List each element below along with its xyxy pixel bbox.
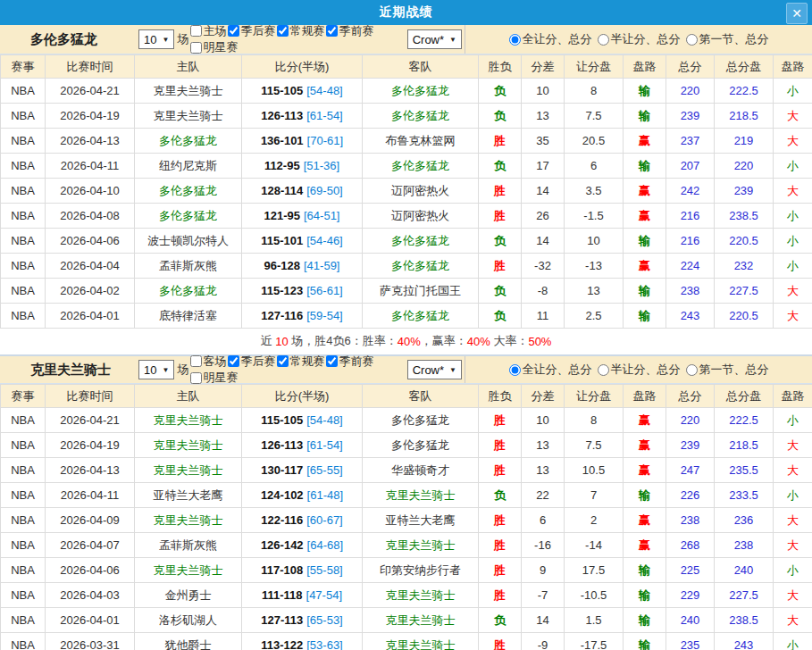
handicap-line-cell: 8 (565, 408, 624, 433)
filter-controls: 多伦多猛龙 10▼ 场 主场季后赛常规赛季前赛明星赛 Crow*▼ (0, 25, 465, 54)
halftime-score: [51-36] (304, 159, 339, 172)
total-points-cell: 229 (666, 583, 715, 608)
over-under-cell: 小 (774, 633, 812, 650)
odds-type-radio[interactable]: 全让分、总分 (509, 362, 592, 378)
checkbox-input[interactable] (277, 25, 289, 37)
checkbox-input[interactable] (228, 25, 239, 37)
score-cell: 115-123[56-61] (242, 279, 363, 304)
games-count-select[interactable]: 10▼ (138, 29, 174, 49)
handicap-line-cell: 6 (565, 154, 624, 179)
home-team-cell: 克里夫兰骑士 (135, 433, 242, 458)
game-row: NBA 2026-04-04 孟菲斯灰熊 96-128[41-59] 多伦多猛龙… (1, 254, 812, 279)
checkbox-input[interactable] (277, 355, 289, 367)
game-row: NBA 2026-04-09 克里夫兰骑士 122-116[60-67] 亚特兰… (1, 508, 812, 533)
checkbox-input[interactable] (190, 42, 202, 54)
filter-checkbox-常规赛[interactable]: 常规赛 (277, 23, 324, 39)
home-team-cell: 金州勇士 (135, 583, 242, 608)
filter-checkbox-明星赛[interactable]: 明星赛 (190, 39, 238, 55)
total-line-cell: 227.5 (715, 583, 774, 608)
score-cell: 121-95[64-51] (242, 204, 363, 229)
date-cell: 2026-03-31 (46, 633, 135, 650)
away-team-cell: 多伦多猛龙 (363, 254, 479, 279)
game-row: NBA 2026-04-21 克里夫兰骑士 115-105[54-48] 多伦多… (1, 79, 812, 104)
total-line-cell: 218.5 (715, 433, 774, 458)
column-header: 让分盘 (565, 55, 624, 79)
checkbox-input[interactable] (228, 355, 239, 367)
radio-label: 半让分、总分 (611, 362, 681, 378)
handicap-line-cell: 7.5 (565, 433, 624, 458)
filter-checkbox-季前赛[interactable]: 季前赛 (326, 354, 373, 370)
total-line-cell: 232 (715, 254, 774, 279)
final-score: 126-113 (261, 438, 303, 452)
date-cell: 2026-04-21 (46, 79, 135, 104)
filter-checkbox-季后赛[interactable]: 季后赛 (228, 23, 275, 39)
league-cell: NBA (1, 608, 46, 633)
odds-type-radio[interactable]: 第一节、总分 (686, 31, 769, 47)
league-cell: NBA (1, 79, 46, 104)
close-button[interactable]: ✕ (786, 3, 808, 24)
total-line-cell: 240 (715, 558, 774, 583)
total-points-cell: 216 (666, 204, 715, 229)
source-select[interactable]: Crow*▼ (407, 29, 462, 49)
summary-text: 50% (528, 335, 551, 348)
date-cell: 2026-04-21 (46, 408, 135, 433)
away-team-cell: 萨克拉门托国王 (363, 279, 479, 304)
column-header: 赛事 (1, 55, 46, 79)
away-team-cell: 多伦多猛龙 (363, 104, 479, 129)
date-cell: 2026-04-06 (46, 558, 135, 583)
radio-input[interactable] (509, 364, 521, 376)
radio-input[interactable] (686, 34, 698, 46)
filter-checkbox-季后赛[interactable]: 季后赛 (228, 354, 275, 370)
odds-type-radio[interactable]: 全让分、总分 (509, 31, 592, 47)
away-team-cell: 多伦多猛龙 (363, 433, 479, 458)
margin-cell: 14 (522, 608, 565, 633)
final-score: 96-128 (264, 259, 300, 272)
checkbox-input[interactable] (326, 25, 338, 37)
filter-checkbox-客场[interactable]: 客场 (190, 354, 226, 370)
checkbox-input[interactable] (190, 25, 202, 37)
radio-input[interactable] (509, 34, 521, 46)
odds-type-radio[interactable]: 半让分、总分 (598, 31, 681, 47)
score-cell: 111-118[47-54] (242, 583, 363, 608)
handicap-result-cell: 赢 (624, 254, 666, 279)
margin-cell: 13 (522, 104, 565, 129)
halftime-score: [60-67] (306, 513, 342, 527)
games-count-select[interactable]: 10▼ (138, 360, 174, 379)
away-team-cell: 克里夫兰骑士 (363, 533, 479, 558)
over-under-cell: 大 (774, 433, 812, 458)
checkbox-input[interactable] (190, 355, 202, 367)
source-select[interactable]: Crow*▼ (407, 360, 462, 379)
checkbox-input[interactable] (190, 372, 202, 384)
final-score: 130-117 (261, 463, 303, 477)
over-under-cell: 小 (774, 154, 812, 179)
handicap-line-cell: 1.5 (565, 608, 624, 633)
radio-input[interactable] (598, 34, 609, 46)
halftime-score: [65-55] (306, 463, 342, 477)
score-cell: 112-95[51-36] (242, 154, 363, 179)
filter-checkbox-明星赛[interactable]: 明星赛 (190, 370, 238, 386)
score-cell: 96-128[41-59] (242, 254, 363, 279)
odds-type-radio[interactable]: 第一节、总分 (686, 362, 769, 378)
radio-input[interactable] (598, 364, 609, 376)
total-points-cell: 220 (666, 79, 715, 104)
filter-checkbox-主场[interactable]: 主场 (190, 23, 226, 39)
checkbox-label: 客场 (203, 354, 226, 370)
column-header: 胜负 (479, 385, 522, 408)
game-row: NBA 2026-04-13 克里夫兰骑士 130-117[65-55] 华盛顿… (1, 458, 812, 483)
column-header: 胜负 (479, 55, 522, 79)
radio-input[interactable] (686, 364, 698, 376)
checkbox-label: 季后赛 (240, 354, 275, 370)
date-cell: 2026-04-07 (46, 533, 135, 558)
column-header: 客队 (363, 55, 479, 79)
filter-checkbox-常规赛[interactable]: 常规赛 (277, 354, 324, 370)
radio-label: 全让分、总分 (523, 31, 592, 47)
checkbox-label: 常规赛 (289, 23, 324, 39)
filter-checkbox-季前赛[interactable]: 季前赛 (326, 23, 373, 39)
checkbox-input[interactable] (326, 355, 338, 367)
team-name: 克里夫兰骑士 (30, 362, 136, 379)
handicap-line-cell: 20.5 (565, 129, 624, 154)
odds-type-radio[interactable]: 半让分、总分 (598, 362, 681, 378)
over-under-cell: 大 (774, 129, 812, 154)
home-team-cell: 多伦多猛龙 (135, 279, 242, 304)
home-team-cell: 波士顿凯尔特人 (135, 229, 242, 254)
